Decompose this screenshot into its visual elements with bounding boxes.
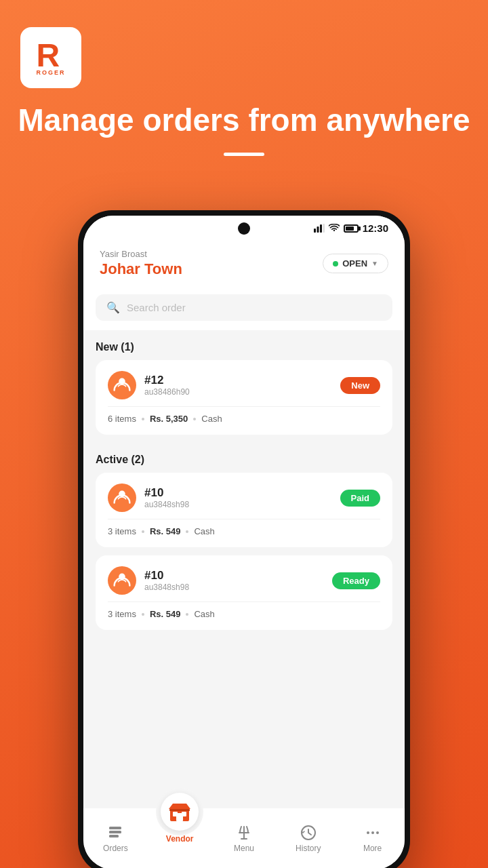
search-icon: 🔍 xyxy=(106,301,120,314)
bottom-nav: Orders xyxy=(83,808,405,868)
svg-rect-16 xyxy=(182,812,186,816)
svg-point-5 xyxy=(119,378,125,385)
detail-dot xyxy=(142,613,144,616)
order-badge-ready: Ready xyxy=(332,572,380,589)
status-bar: 12:30 xyxy=(83,216,405,241)
history-icon xyxy=(300,825,317,841)
order-divider xyxy=(108,519,380,519)
order-card[interactable]: #10 au3848sh98 Paid 3 items Rs. 549 Cash xyxy=(96,473,392,547)
order-items: 3 items xyxy=(108,526,136,536)
order-card[interactable]: #10 au3848sh98 Ready 3 items Rs. 549 Cas… xyxy=(96,555,392,630)
order-avatar xyxy=(108,371,136,399)
order-badge-paid: Paid xyxy=(340,490,380,507)
nav-item-orders[interactable]: Orders xyxy=(83,808,148,868)
nav-label-orders: Orders xyxy=(103,844,128,853)
logo-subtext: ROGER xyxy=(36,69,65,76)
store-status-badge[interactable]: OPEN ▼ xyxy=(323,254,388,273)
order-avatar xyxy=(108,566,136,595)
detail-dot xyxy=(193,418,196,420)
nav-item-more[interactable]: More xyxy=(340,808,405,868)
order-id: au3848sh98 xyxy=(144,583,189,592)
search-bar[interactable]: 🔍 Search order xyxy=(96,294,392,321)
more-icon xyxy=(365,825,381,841)
app-logo: R ROGER xyxy=(20,27,81,88)
hero-title: Manage orders from anywhere xyxy=(0,102,488,139)
chevron-down-icon: ▼ xyxy=(371,260,378,267)
order-number: #10 xyxy=(144,569,189,583)
nav-item-history[interactable]: History xyxy=(276,808,340,868)
order-list: New (1) #12 xyxy=(83,330,405,808)
order-items: 3 items xyxy=(108,609,136,619)
section-new-label: New (1) xyxy=(96,330,392,360)
svg-point-7 xyxy=(119,491,125,498)
orders-icon xyxy=(107,825,123,841)
svg-point-8 xyxy=(109,568,135,593)
order-divider xyxy=(108,601,380,602)
svg-rect-3 xyxy=(323,224,325,233)
store-owner: Yasir Broast xyxy=(100,249,182,259)
svg-rect-11 xyxy=(109,831,121,833)
order-id: au38486h90 xyxy=(144,387,190,397)
svg-rect-2 xyxy=(320,224,322,233)
order-details: 6 items Rs. 5,350 Cash xyxy=(108,414,380,424)
detail-dot xyxy=(142,418,144,420)
vendor-icon xyxy=(169,802,190,821)
search-placeholder: Search order xyxy=(127,302,186,313)
nav-item-vendor[interactable]: Vendor xyxy=(148,808,212,868)
store-header: Yasir Broast Johar Town OPEN ▼ xyxy=(83,241,405,288)
order-amount: Rs. 549 xyxy=(150,609,181,619)
order-amount: Rs. 5,350 xyxy=(150,414,188,424)
order-divider xyxy=(108,406,380,407)
nav-label-history: History xyxy=(296,844,321,853)
status-label: OPEN xyxy=(342,258,367,269)
svg-rect-15 xyxy=(173,812,178,816)
svg-rect-0 xyxy=(314,229,316,233)
svg-rect-1 xyxy=(317,226,319,233)
menu-icon xyxy=(236,825,252,841)
order-id: au3848sh98 xyxy=(144,500,189,509)
camera-cutout xyxy=(238,222,250,235)
hero-divider xyxy=(224,153,264,156)
svg-point-9 xyxy=(119,574,125,580)
order-avatar xyxy=(108,484,136,512)
order-number: #12 xyxy=(144,374,190,387)
order-payment: Cash xyxy=(194,609,214,619)
wifi-icon xyxy=(329,224,340,233)
nav-label-menu: Menu xyxy=(234,844,254,853)
svg-point-6 xyxy=(109,485,135,511)
detail-dot xyxy=(186,613,188,616)
svg-point-18 xyxy=(367,831,369,834)
logo-letter: R xyxy=(36,39,65,72)
vendor-bubble xyxy=(156,788,203,835)
order-card[interactable]: #12 au38486h90 New 6 items Rs. 5,350 Cas… xyxy=(96,360,392,435)
status-time: 12:30 xyxy=(363,222,388,234)
status-dot xyxy=(333,261,338,267)
signal-icon xyxy=(314,224,325,233)
order-details: 3 items Rs. 549 Cash xyxy=(108,526,380,536)
nav-item-menu[interactable]: Menu xyxy=(212,808,277,868)
svg-point-20 xyxy=(376,831,379,834)
detail-dot xyxy=(186,530,188,533)
order-badge-new: New xyxy=(340,377,380,394)
search-section: 🔍 Search order xyxy=(83,288,405,330)
order-items: 6 items xyxy=(108,414,136,424)
phone-mockup: 12:30 Yasir Broast Johar Town OPEN ▼ 🔍 S… xyxy=(78,210,410,868)
order-payment: Cash xyxy=(194,526,214,536)
battery-icon xyxy=(344,224,359,233)
order-details: 3 items Rs. 549 Cash xyxy=(108,609,380,619)
svg-rect-12 xyxy=(109,835,119,837)
nav-label-vendor: Vendor xyxy=(166,834,194,844)
order-number: #10 xyxy=(144,486,189,500)
svg-rect-10 xyxy=(109,827,121,829)
nav-label-more: More xyxy=(363,844,382,853)
svg-point-19 xyxy=(371,831,374,834)
detail-dot xyxy=(142,530,144,533)
svg-point-4 xyxy=(109,372,135,398)
store-name: Johar Town xyxy=(100,260,182,278)
section-active-label: Active (2) xyxy=(96,443,392,473)
svg-rect-17 xyxy=(169,809,190,811)
order-amount: Rs. 549 xyxy=(150,526,181,536)
order-payment: Cash xyxy=(201,414,222,424)
